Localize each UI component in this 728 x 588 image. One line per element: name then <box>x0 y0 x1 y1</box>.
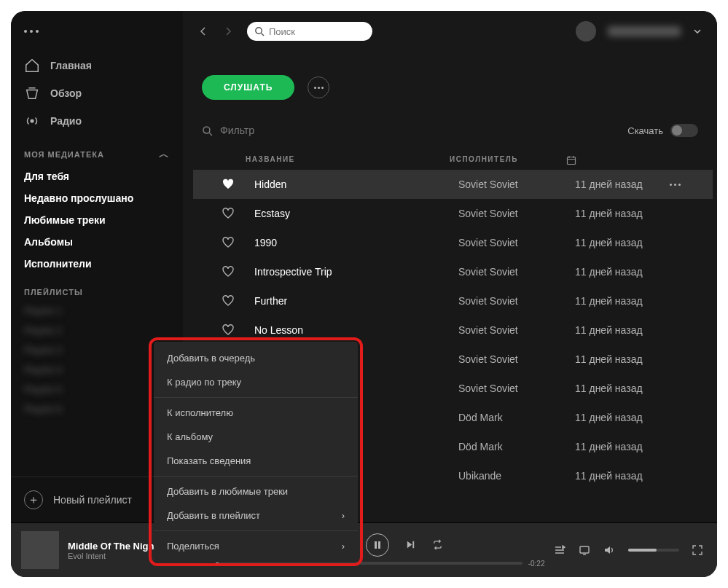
context-menu-item[interactable]: К альбому <box>154 425 358 449</box>
fullscreen-button[interactable] <box>692 545 702 555</box>
chevron-right-icon: › <box>342 510 345 521</box>
context-menu-item[interactable]: Добавить в очередь <box>154 346 358 370</box>
heart-icon[interactable] <box>202 208 254 219</box>
nav-radio[interactable]: Радио <box>11 107 183 135</box>
volume-slider[interactable] <box>628 549 679 552</box>
column-date[interactable] <box>566 155 661 165</box>
library-header: МОЯ МЕДИАТЕКА ︿ <box>11 135 183 165</box>
volume-button[interactable] <box>603 544 615 556</box>
search-box[interactable] <box>247 22 372 41</box>
context-menu-label: К альбому <box>167 431 213 442</box>
track-artist[interactable]: Död Mark <box>458 441 575 452</box>
library-item[interactable]: Любимые треки <box>11 209 183 231</box>
heart-icon[interactable] <box>202 324 254 336</box>
library-item[interactable]: Альбомы <box>11 231 183 253</box>
radio-icon <box>24 113 40 129</box>
chevron-down-icon <box>692 26 702 36</box>
plus-icon: ＋ <box>24 490 43 509</box>
track-artist[interactable]: Ubikande <box>458 470 575 482</box>
chevron-up-icon[interactable]: ︿ <box>159 148 170 161</box>
track-date: 11 дней назад <box>575 383 670 394</box>
context-menu-label: К исполнителю <box>167 407 233 418</box>
track-title: No Lesson <box>254 324 458 336</box>
track-artist[interactable]: Soviet Soviet <box>458 179 575 190</box>
track-artist[interactable]: Soviet Soviet <box>458 353 575 365</box>
filter-placeholder: Фильтр <box>220 125 254 136</box>
track-artist[interactable]: Soviet Soviet <box>458 266 575 278</box>
library-item[interactable]: Недавно прослушано <box>11 187 183 209</box>
play-button[interactable]: СЛУШАТЬ <box>202 75 294 100</box>
filter-row: Фильтр Скачать <box>202 124 698 137</box>
track-artist[interactable]: Soviet Soviet <box>458 237 575 248</box>
now-playing-title: Middle Of The Nigh <box>68 541 154 552</box>
context-menu-item[interactable]: Показать сведения <box>154 449 358 473</box>
nav-browse[interactable]: Обзор <box>11 79 183 107</box>
context-menu-label: Добавить в плейлист <box>167 510 260 521</box>
toggle-switch[interactable] <box>670 124 698 137</box>
table-row[interactable]: HiddenSoviet Soviet11 дней назад <box>193 170 713 199</box>
context-menu-item[interactable]: К радио по треку <box>154 370 358 394</box>
table-row[interactable]: EcstasySoviet Soviet11 дней назад <box>193 199 713 228</box>
context-menu: Добавить в очередьК радио по трекуК испо… <box>154 342 358 562</box>
context-menu-label: Добавить в любимые треки <box>167 486 288 497</box>
now-playing-artist: Evol Intent <box>68 552 154 560</box>
library-item[interactable]: Исполнители <box>11 253 183 275</box>
search-input[interactable] <box>269 26 391 37</box>
browse-icon <box>24 85 40 101</box>
track-artist[interactable]: Soviet Soviet <box>458 295 575 307</box>
play-pause-button[interactable] <box>366 533 389 557</box>
table-row[interactable]: No LessonSoviet Soviet11 дней назад <box>193 315 713 345</box>
library-header-label: МОЯ МЕДИАТЕКА <box>24 150 104 159</box>
table-row[interactable]: FurtherSoviet Soviet11 дней назад <box>193 286 713 315</box>
nav-home[interactable]: Главная <box>11 52 183 79</box>
context-menu-label: Поделиться <box>167 541 219 552</box>
track-artist[interactable]: Soviet Soviet <box>458 383 575 394</box>
forward-button[interactable] <box>222 26 234 37</box>
track-artist[interactable]: Soviet Soviet <box>458 208 575 219</box>
devices-button[interactable] <box>579 544 590 556</box>
heart-icon[interactable] <box>202 179 254 190</box>
context-menu-item[interactable]: К исполнителю <box>154 401 358 425</box>
table-row[interactable]: Introspective TripSoviet Soviet11 дней н… <box>193 257 713 286</box>
svg-point-4 <box>203 126 210 133</box>
playlist-item[interactable]: Playlist 1 <box>11 301 183 321</box>
column-title[interactable]: НАЗВАНИЕ <box>246 155 450 165</box>
back-button[interactable] <box>197 26 209 37</box>
track-artist[interactable]: Soviet Soviet <box>458 324 575 336</box>
heart-icon[interactable] <box>202 237 254 248</box>
player-bar: Middle Of The Nigh Evol Intent -0:22 <box>11 522 717 577</box>
track-title: Introspective Trip <box>254 266 458 278</box>
heart-icon[interactable] <box>202 295 254 307</box>
filter-box[interactable]: Фильтр <box>202 125 254 136</box>
repeat-button[interactable] <box>432 539 443 550</box>
table-row[interactable]: 1990Soviet Soviet11 дней назад <box>193 228 713 257</box>
svg-rect-6 <box>375 541 377 549</box>
playlist-item[interactable]: Playlist 2 <box>11 321 183 340</box>
more-button[interactable] <box>308 77 329 98</box>
context-menu-item[interactable]: Добавить в любимые треки <box>154 479 358 503</box>
track-title: Ecstasy <box>254 208 458 219</box>
track-title: Further <box>254 295 458 307</box>
download-toggle[interactable]: Скачать <box>627 124 698 137</box>
library-item[interactable]: Для тебя <box>11 165 183 187</box>
context-menu-item[interactable]: Добавить в плейлист› <box>154 503 358 528</box>
divider <box>154 530 358 531</box>
row-more-button[interactable] <box>670 184 699 186</box>
main-menu-button[interactable] <box>11 23 183 52</box>
svg-rect-5 <box>568 157 576 165</box>
nav-radio-label: Радио <box>50 115 82 127</box>
track-artist[interactable]: Död Mark <box>458 412 575 423</box>
next-button[interactable] <box>405 539 416 550</box>
svg-rect-7 <box>378 541 380 549</box>
heart-icon[interactable] <box>202 266 254 278</box>
user-menu[interactable] <box>576 21 702 42</box>
playlists-header: ПЛЕЙЛИСТЫ <box>11 275 183 301</box>
queue-button[interactable] <box>554 544 565 556</box>
track-date: 11 дней назад <box>575 237 670 248</box>
context-menu-label: К радио по треку <box>167 377 241 388</box>
nav-browse-label: Обзор <box>50 87 82 99</box>
context-menu-item[interactable]: Поделиться› <box>154 534 358 558</box>
svg-rect-8 <box>580 546 589 553</box>
column-artist[interactable]: ИСПОЛНИТЕЛЬ <box>450 155 566 165</box>
download-label: Скачать <box>627 125 663 136</box>
